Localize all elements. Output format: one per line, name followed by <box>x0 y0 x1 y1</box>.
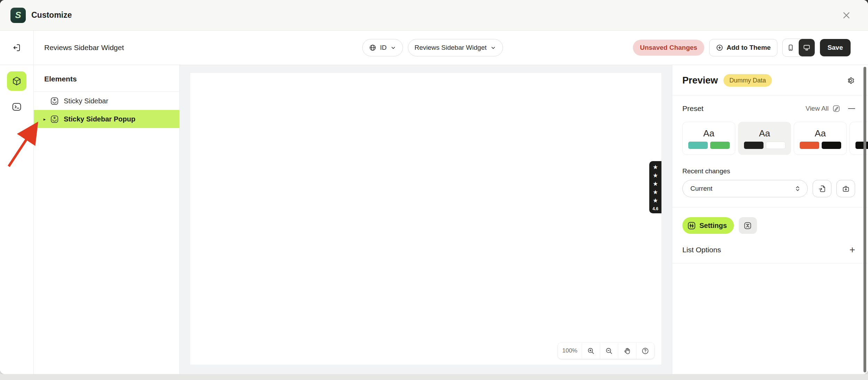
mobile-icon <box>787 44 795 52</box>
edit-brush-icon <box>832 104 840 113</box>
select-chevrons-icon <box>794 185 801 192</box>
file-import-icon <box>818 184 827 193</box>
preset-card[interactable]: Aa <box>682 122 735 155</box>
color-swatch <box>822 142 841 149</box>
preview-title: Preview <box>682 75 718 86</box>
color-swatch <box>800 142 819 149</box>
device-preview-toggle[interactable] <box>782 39 815 57</box>
archive-up-icon <box>842 184 850 193</box>
cube-icon <box>11 76 22 86</box>
preset-card[interactable]: Aa <box>738 122 791 155</box>
zoom-out-button[interactable] <box>600 343 618 359</box>
terminal-icon <box>11 101 22 112</box>
panel-scrollbar[interactable] <box>863 67 866 372</box>
color-swatch <box>766 142 785 149</box>
zoom-in-icon <box>587 347 595 355</box>
app-logo: S <box>10 8 26 23</box>
preset-sample-text: Aa <box>815 128 826 139</box>
import-version-button[interactable] <box>813 180 831 197</box>
zoom-toolbar: 100% <box>558 343 654 359</box>
save-button[interactable]: Save <box>820 39 851 56</box>
elements-panel-title: Elements <box>34 65 179 92</box>
app-title: Customize <box>31 10 72 20</box>
widget-element-icon <box>50 96 59 106</box>
hand-icon <box>623 347 631 355</box>
locale-value: ID <box>380 44 387 52</box>
recent-changes-label: Recent changes <box>682 167 855 175</box>
widget-dropdown[interactable]: Reviews Sidebar Widget <box>408 39 503 56</box>
code-tab[interactable] <box>7 97 26 117</box>
element-row[interactable]: Sticky Sidebar <box>34 92 179 110</box>
exit-icon <box>12 43 21 52</box>
preset-sample-text: Aa <box>703 128 714 139</box>
element-row[interactable]: ▸Sticky Sidebar Popup <box>34 110 179 128</box>
view-all-button[interactable]: View All <box>806 104 840 113</box>
gear-icon <box>846 76 855 85</box>
locale-dropdown[interactable]: ID <box>362 39 403 56</box>
pan-button[interactable] <box>618 343 636 359</box>
close-icon <box>842 11 851 20</box>
mobile-toggle[interactable] <box>783 39 799 56</box>
settings-tab[interactable]: Settings <box>682 217 734 234</box>
page-title: Reviews Sidebar Widget <box>44 43 124 52</box>
star-icon: ★ <box>653 180 658 188</box>
zoom-level[interactable]: 100% <box>558 343 582 359</box>
preview-canvas[interactable] <box>190 73 661 365</box>
recent-changes-value: Current <box>690 185 712 192</box>
color-swatch <box>744 142 764 149</box>
canvas-area: ★★★★★ 4.6 100% <box>180 65 672 374</box>
star-icon: ★ <box>653 163 658 172</box>
add-to-theme-button[interactable]: Add to Theme <box>709 39 777 56</box>
help-icon <box>641 347 649 355</box>
desktop-toggle[interactable] <box>799 39 815 56</box>
list-options-label: List Options <box>682 246 721 254</box>
exit-button[interactable] <box>9 40 24 55</box>
dummy-data-badge: Dummy Data <box>723 74 772 87</box>
element-label: Sticky Sidebar <box>64 97 108 105</box>
window-bottom-edge <box>0 374 868 380</box>
export-version-button[interactable] <box>836 180 855 197</box>
star-icons: ★★★★★ <box>653 163 658 205</box>
color-swatch <box>710 142 730 149</box>
widget-value: Reviews Sidebar Widget <box>414 44 487 52</box>
star-icon: ★ <box>653 172 658 180</box>
translate-tab[interactable] <box>739 217 757 234</box>
star-icon: ★ <box>653 197 658 205</box>
elements-tab[interactable] <box>7 71 26 91</box>
color-swatch <box>688 142 708 149</box>
add-list-option-button[interactable]: + <box>850 246 855 253</box>
chevron-down-icon <box>490 45 496 51</box>
star-icon: ★ <box>653 188 658 197</box>
collapse-preset-button[interactable] <box>848 108 855 109</box>
preview-settings-button[interactable] <box>846 76 855 85</box>
chevron-down-icon <box>390 45 396 51</box>
globe-icon <box>369 44 377 52</box>
help-button[interactable] <box>636 343 654 359</box>
plus-circle-icon <box>716 44 723 52</box>
recent-changes-select[interactable]: Current <box>682 180 808 197</box>
header-band: Reviews Sidebar Widget ID Reviews Sideba… <box>34 31 868 65</box>
desktop-icon <box>803 44 811 52</box>
preset-card[interactable]: Aa <box>794 122 847 155</box>
preset-sample-text: Aa <box>759 128 770 139</box>
expand-caret-icon[interactable]: ▸ <box>40 117 49 122</box>
reviews-rating-badge[interactable]: ★★★★★ 4.6 <box>649 161 661 213</box>
elements-panel: Elements Sticky Sidebar▸Sticky Sidebar P… <box>34 65 180 374</box>
left-rail <box>0 31 34 374</box>
zoom-out-icon <box>605 347 613 355</box>
preset-label: Preset <box>682 104 704 113</box>
preview-panel: Preview Dummy Data Preset View All <box>672 65 868 374</box>
customize-window: S Customize Reviews Sidebar Widget <box>0 0 868 374</box>
rating-value: 4.6 <box>652 206 658 211</box>
top-bar: S Customize <box>0 0 868 31</box>
close-button[interactable] <box>840 9 853 22</box>
zoom-in-button[interactable] <box>582 343 600 359</box>
unsaved-changes-badge: Unsaved Changes <box>633 40 704 56</box>
element-label: Sticky Sidebar Popup <box>64 115 135 123</box>
sliders-icon <box>687 221 696 230</box>
widget-element-icon <box>50 114 59 124</box>
translate-icon <box>743 221 752 230</box>
